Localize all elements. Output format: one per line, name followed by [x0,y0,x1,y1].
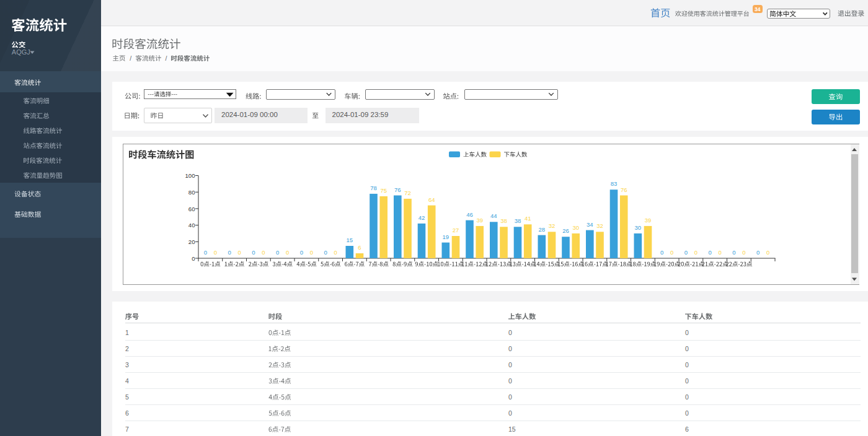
svg-text:80: 80 [188,189,195,196]
svg-text:83: 83 [611,180,618,187]
svg-text:2024-01-09 00:00: 2024-01-09 00:00 [221,111,278,118]
svg-text:7: 7 [125,425,129,433]
svg-text:75: 75 [380,187,387,194]
svg-text:32: 32 [549,222,556,229]
svg-text:76: 76 [621,186,627,193]
svg-text:0: 0 [228,249,231,256]
svg-text:15: 15 [508,425,516,433]
svg-text:42: 42 [418,214,425,221]
svg-text:0: 0 [252,249,255,256]
svg-text:0: 0 [276,249,279,256]
svg-text:0: 0 [708,249,711,256]
svg-text:0: 0 [756,249,760,256]
svg-text:0: 0 [508,345,512,352]
svg-text:0: 0 [310,249,313,256]
svg-text:0: 0 [508,409,512,417]
svg-text:2024-01-09 23:59: 2024-01-09 23:59 [332,111,389,118]
svg-text:0: 0 [192,255,195,262]
svg-text:64: 64 [428,196,435,203]
svg-text:0: 0 [719,249,722,256]
svg-text:0: 0 [684,249,688,256]
svg-text:1: 1 [125,329,129,336]
svg-text:0: 0 [670,249,673,256]
svg-text:34: 34 [755,6,761,12]
svg-text:27: 27 [453,227,459,233]
svg-text:AQGJ: AQGJ [12,48,30,56]
svg-text:30: 30 [572,224,579,231]
svg-text:72: 72 [404,190,411,196]
svg-text:40: 40 [188,222,195,229]
svg-text:19: 19 [442,233,449,240]
svg-text:5: 5 [125,393,129,401]
svg-text:34: 34 [587,221,593,228]
svg-text:39: 39 [476,217,483,224]
svg-text:15: 15 [346,237,353,243]
svg-text:38: 38 [500,217,507,224]
svg-text:6: 6 [125,409,129,417]
svg-text:0: 0 [685,361,689,368]
svg-text:44: 44 [490,212,497,219]
svg-text:3: 3 [125,361,129,368]
svg-text:0: 0 [324,249,327,256]
svg-text:0: 0 [508,361,512,368]
svg-text:2: 2 [125,345,129,352]
svg-text:/: / [166,54,167,62]
svg-text:100: 100 [185,172,195,179]
svg-text:39: 39 [645,217,652,224]
svg-text:60: 60 [188,206,195,212]
svg-text:0: 0 [334,249,337,256]
svg-text:0: 0 [685,377,689,385]
svg-text:0: 0 [300,249,303,256]
svg-text:0: 0 [685,345,689,352]
svg-text:0: 0 [508,393,512,401]
svg-text:0: 0 [685,393,689,401]
svg-text:0: 0 [685,409,689,417]
svg-text:0: 0 [214,249,217,256]
svg-text:0: 0 [742,249,745,256]
svg-text:6: 6 [685,425,689,433]
svg-text:0: 0 [286,249,289,256]
svg-text:28: 28 [538,226,545,233]
svg-text:38: 38 [515,217,521,224]
svg-text:0: 0 [694,249,698,256]
svg-text:46: 46 [466,211,473,218]
svg-text:4: 4 [125,377,129,385]
svg-text:0: 0 [660,249,663,256]
svg-text:0: 0 [508,377,512,385]
svg-text:78: 78 [370,185,377,191]
svg-text:/: / [130,54,131,62]
svg-text:26: 26 [562,227,569,234]
svg-text:20: 20 [188,238,195,245]
svg-text:0: 0 [204,249,207,256]
svg-text:32: 32 [596,222,603,229]
svg-text:0: 0 [732,249,735,256]
svg-text:0: 0 [766,249,769,256]
svg-text:0: 0 [262,249,265,256]
svg-text:0: 0 [685,329,689,336]
svg-text:30: 30 [634,224,641,231]
svg-text:76: 76 [394,186,401,193]
svg-text:6: 6 [358,244,361,251]
svg-text:0: 0 [508,329,512,336]
svg-text:41: 41 [525,215,531,222]
svg-text:0: 0 [238,249,241,256]
